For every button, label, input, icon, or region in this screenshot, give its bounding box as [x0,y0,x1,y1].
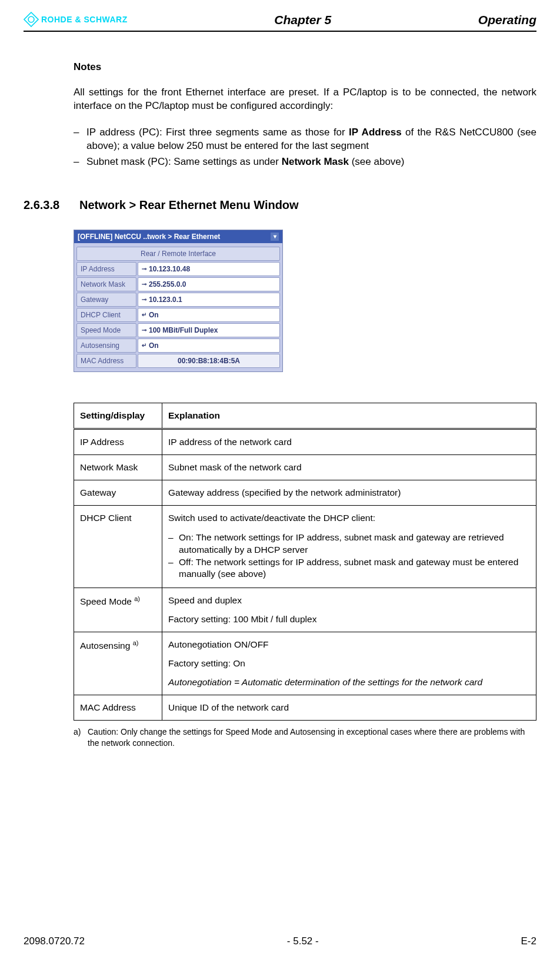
td-setting: Network Mask [74,454,162,480]
window-body: Rear / Remote Interface IP Address ⊸ 10.… [74,243,282,371]
td-explanation: Subnet mask of the network card [162,454,536,480]
enter-icon: ↵ [142,342,146,349]
section-heading: 2.6.3.8 Network > Rear Ethernet Menu Win… [24,198,536,212]
label-autosensing: Autosensing [76,339,136,353]
footer-docnum: 2098.0720.72 [24,935,85,947]
table-row: DHCP Client Switch used to activate/deac… [74,505,536,588]
notes-item-ip: IP address (PC): First three segments sa… [74,126,536,153]
value-gateway[interactable]: ⊸ 10.123.0.1 [138,293,280,307]
td-setting: Gateway [74,480,162,505]
table-row: Network Mask Subnet mask of the network … [74,454,536,480]
row-ip-address: IP Address ⊸ 10.123.10.48 [76,262,280,276]
brand-logo: ROHDE & SCHWARZ [24,12,128,27]
th-explanation: Explanation [162,403,536,429]
label-dhcp: DHCP Client [76,308,136,322]
key-icon: ⊸ [142,296,146,303]
window-title: [OFFLINE] NetCCU ..twork > Rear Ethernet [78,233,220,241]
td-setting: Speed Mode a) [74,588,162,632]
key-icon: ⊸ [142,281,146,287]
td-explanation: Autonegotiation ON/OFF Factory setting: … [162,632,536,695]
th-setting: Setting/display [74,403,162,429]
notes-heading: Notes [74,61,536,73]
row-dhcp-client: DHCP Client ↵ On [76,308,280,322]
value-mac: 00:90:B8:18:4B:5A [138,354,280,368]
row-mac-address: MAC Address 00:90:B8:18:4B:5A [76,354,280,368]
td-setting: IP Address [74,429,162,454]
td-explanation: Unique ID of the network card [162,695,536,721]
td-explanation: Gateway address (specified by the networ… [162,480,536,505]
td-explanation: IP address of the network card [162,429,536,454]
label-mask: Network Mask [76,277,136,291]
key-icon: ⊸ [142,327,146,333]
td-setting: Autosensing a) [74,632,162,695]
row-speed-mode: Speed Mode ⊸ 100 MBit/Full Duplex [76,323,280,337]
enter-icon: ↵ [142,311,146,318]
row-gateway: Gateway ⊸ 10.123.0.1 [76,293,280,307]
td-setting: MAC Address [74,695,162,721]
td-explanation: Speed and duplex Factory setting: 100 Mb… [162,588,536,632]
footer-pagenum: - 5.52 - [287,935,319,947]
chapter-title: Chapter 5 [128,13,478,27]
value-speed[interactable]: ⊸ 100 MBit/Full Duplex [138,323,280,337]
td-setting: DHCP Client [74,505,162,588]
dropdown-arrow-icon[interactable]: ▾ [271,233,279,241]
table-row: IP Address IP address of the network car… [74,429,536,454]
key-icon: ⊸ [142,266,146,272]
rs-logo-icon [24,12,39,27]
page-header: ROHDE & SCHWARZ Chapter 5 Operating [24,12,536,32]
group-header: Rear / Remote Interface [76,247,280,261]
table-row: MAC Address Unique ID of the network car… [74,695,536,721]
section-title: Network > Rear Ethernet Menu Window [79,198,299,212]
rear-ethernet-window: [OFFLINE] NetCCU ..twork > Rear Ethernet… [74,230,283,372]
svg-marker-0 [24,12,38,26]
row-network-mask: Network Mask ⊸ 255.255.0.0 [76,277,280,291]
window-titlebar: [OFFLINE] NetCCU ..twork > Rear Ethernet… [74,230,282,243]
svg-point-1 [28,16,34,22]
table-row: Autosensing a) Autonegotiation ON/OFF Fa… [74,632,536,695]
value-dhcp[interactable]: ↵ On [138,308,280,322]
label-gateway: Gateway [76,293,136,307]
value-autosensing[interactable]: ↵ On [138,339,280,353]
footer-rev: E-2 [521,935,536,947]
value-ip[interactable]: ⊸ 10.123.10.48 [138,262,280,276]
section-number: 2.6.3.8 [24,198,79,212]
notes-item-mask: Subnet mask (PC): Same settings as under… [74,155,536,169]
brand-name: ROHDE & SCHWARZ [41,15,128,24]
notes-list: IP address (PC): First three segments sa… [74,126,536,169]
table-footnote: a) Caution: Only change the settings for… [74,726,536,748]
value-mask[interactable]: ⊸ 255.255.0.0 [138,277,280,291]
row-autosensing: Autosensing ↵ On [76,339,280,353]
table-row: Gateway Gateway address (specified by th… [74,480,536,505]
label-mac: MAC Address [76,354,136,368]
explanation-table: Setting/display Explanation IP Address I… [74,403,536,721]
table-row: Speed Mode a) Speed and duplex Factory s… [74,588,536,632]
header-section: Operating [478,13,536,27]
td-explanation: Switch used to activate/deactivate the D… [162,505,536,588]
notes-intro: All settings for the front Ethernet inte… [74,86,536,113]
label-ip: IP Address [76,262,136,276]
label-speed: Speed Mode [76,323,136,337]
page-footer: 2098.0720.72 - 5.52 - E-2 [0,935,560,947]
